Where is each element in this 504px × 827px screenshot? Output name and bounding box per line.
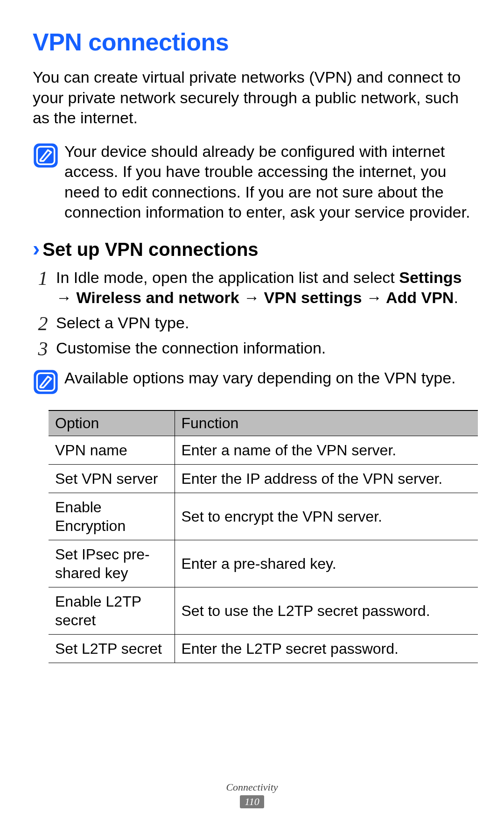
subheading-row: › Set up VPN connections [33,238,471,260]
cell-function: Enter the L2TP secret password. [175,634,478,663]
cell-function: Enter a pre-shared key. [175,540,478,587]
cell-function: Enter a name of the VPN server. [175,436,478,464]
page-footer: Connectivity 110 [0,781,504,808]
table-row: Set VPN server Enter the IP address of t… [49,464,478,493]
cell-option: VPN name [49,436,175,464]
cell-option: Set VPN server [49,464,175,493]
options-table: Option Function VPN name Enter a name of… [49,410,478,663]
table-row: VPN name Enter a name of the VPN server. [49,436,478,464]
step-1-text-a: In Idle mode, open the application list … [56,269,399,286]
cell-option: Enable L2TP secret [49,587,175,634]
header-option: Option [49,410,175,436]
page-number-badge: 110 [240,795,264,808]
cell-option: Set IPsec pre-shared key [49,540,175,587]
note-text-2: Available options may vary depending on … [64,368,471,389]
cell-function: Set to encrypt the VPN server. [175,493,478,540]
cell-function: Set to use the L2TP secret password. [175,587,478,634]
table-header-row: Option Function [49,410,478,436]
page-title: VPN connections [33,28,471,56]
note-icon [33,369,59,395]
cell-function: Enter the IP address of the VPN server. [175,464,478,493]
step-number: 2 [33,314,53,333]
cell-option: Set L2TP secret [49,634,175,663]
table-row: Enable Encryption Set to encrypt the VPN… [49,493,478,540]
step-2: 2 Select a VPN type. [33,313,471,333]
table-row: Set L2TP secret Enter the L2TP secret pa… [49,634,478,663]
table-row: Set IPsec pre-shared key Enter a pre-sha… [49,540,478,587]
header-function: Function [175,410,478,436]
step-text: In Idle mode, open the application list … [53,268,471,308]
note-icon [33,142,59,169]
note-text-1: Your device should already be configured… [64,141,471,223]
step-number: 3 [33,339,53,359]
step-list: 1 In Idle mode, open the application lis… [33,268,471,359]
step-3: 3 Customise the connection information. [33,338,471,359]
table-row: Enable L2TP secret Set to use the L2TP s… [49,587,478,634]
note-block-2: Available options may vary depending on … [33,368,471,395]
step-1-text-c: . [454,289,458,306]
page: VPN connections You can create virtual p… [0,0,504,827]
step-text: Select a VPN type. [53,313,471,333]
step-number: 1 [33,269,53,288]
intro-paragraph: You can create virtual private networks … [33,67,471,128]
step-1: 1 In Idle mode, open the application lis… [33,268,471,308]
footer-section-label: Connectivity [0,781,504,793]
cell-option: Enable Encryption [49,493,175,540]
chevron-icon: › [33,238,40,259]
step-text: Customise the connection information. [53,338,471,359]
note-block-1: Your device should already be configured… [33,141,471,223]
subheading: Set up VPN connections [42,239,258,260]
